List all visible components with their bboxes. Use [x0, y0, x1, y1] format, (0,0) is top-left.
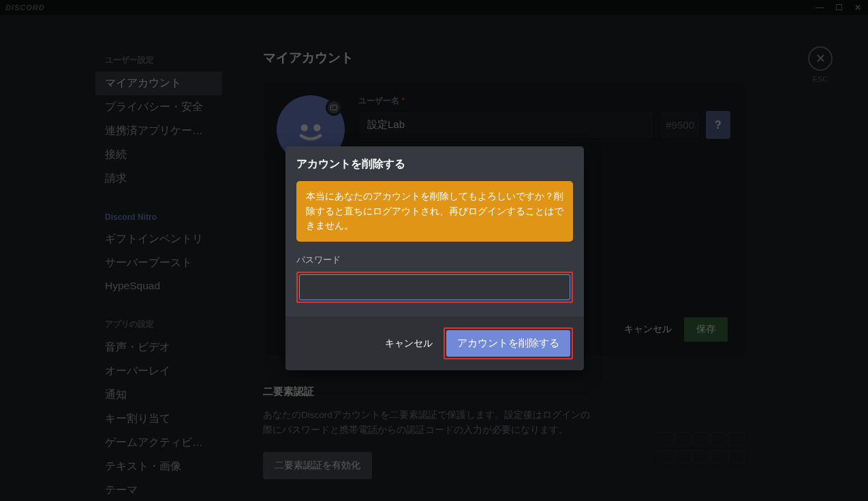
modal-title: アカウントを削除する: [285, 146, 584, 181]
modal-confirm-button[interactable]: アカウントを削除する: [446, 330, 570, 357]
password-input[interactable]: [299, 274, 570, 300]
password-label: パスワード: [296, 254, 573, 266]
delete-account-modal: アカウントを削除する 本当にあなたのアカウントを削除してもよろしいですか？削除す…: [285, 146, 584, 370]
modal-cancel-button[interactable]: キャンセル: [385, 338, 433, 350]
modal-warning: 本当にあなたのアカウントを削除してもよろしいですか？削除すると直ちにログアウトさ…: [296, 181, 573, 242]
confirm-highlight: アカウントを削除する: [444, 327, 573, 359]
password-highlight: [296, 272, 573, 303]
